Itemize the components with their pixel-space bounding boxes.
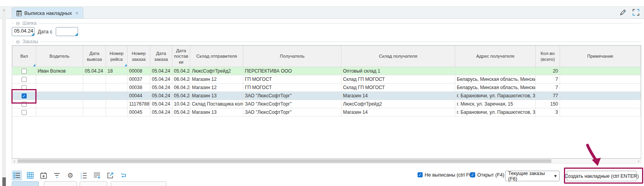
cell-order_date: 05.04.24 — [150, 84, 172, 92]
edit-pencil-icon[interactable] — [619, 9, 627, 16]
orders-filter-value: Текущие заказы (F6) — [508, 171, 554, 182]
cell-driver: Иван Волков — [36, 67, 83, 75]
cell-recipient_wh: Склад ГП МОГОСТ — [341, 75, 455, 84]
row-checkbox[interactable] — [22, 77, 27, 82]
col-header-driver[interactable]: Водитель — [36, 46, 83, 67]
row-checkbox[interactable] — [22, 110, 27, 115]
cell-trip_no — [106, 108, 128, 117]
col-header-trip_no[interactable]: Номер рейса — [106, 46, 128, 67]
cell-delivery_date: 05.04.24 — [172, 67, 190, 75]
cell-sender_wh: Магазин 13 — [190, 108, 243, 117]
cutoff-button-2[interactable] — [44, 181, 77, 186]
cell-recipient: ГП МОГОСТ — [243, 84, 341, 92]
app-window: Выписка накладных × ▲ ⊖ Шапка 05.04.24 Д… — [0, 0, 644, 186]
tab-close-icon[interactable]: × — [75, 10, 78, 16]
chevron-down-icon: ▾ — [554, 173, 556, 179]
scroll-left-icon[interactable]: ◂ — [13, 159, 15, 163]
cell-order_no: 00045 — [128, 108, 150, 117]
cell-recipient_wh: Магазин 14 — [341, 92, 455, 100]
cell-driver — [36, 100, 83, 108]
cell-order_no: 00037 — [128, 75, 150, 84]
table-row[interactable]: 0004505.04.2405.04.24Магазин 13ЗАО "Люкс… — [13, 108, 641, 117]
cell-incl — [13, 108, 36, 117]
not-issued-label: Не выписаны (ctrl F6) — [425, 172, 473, 178]
section-header-zakazy: ⊖ Заказы — [12, 39, 641, 44]
cell-sender_wh: ЛюксСофтТрейд2 — [190, 67, 243, 75]
col-header-order_date[interactable]: Дата заказа — [150, 46, 172, 67]
cell-driver — [36, 84, 83, 92]
cell-delivery_date: 06.04.24 — [172, 84, 190, 92]
cell-note — [560, 67, 641, 75]
table-row[interactable]: 11176788705.04.2410.04.24Склад Поставщик… — [13, 100, 641, 108]
col-header-qty[interactable]: Кол-во (всего) — [536, 46, 560, 67]
cell-export_date — [83, 92, 106, 100]
table-header-row: ВклВодительДата вывозаНомер рейсаНомер з… — [13, 46, 641, 67]
scroll-right-icon[interactable]: ▸ — [638, 159, 640, 163]
cell-order_date: 05.04.24 — [150, 92, 172, 100]
cell-trip_no — [106, 75, 128, 84]
cell-qty: 7 — [536, 75, 560, 84]
col-header-recipient_wh[interactable]: Склад получателя — [341, 46, 455, 67]
tab-actions — [619, 9, 639, 16]
col-header-sender_wh[interactable]: Склад отправителя — [190, 46, 243, 67]
col-header-export_date[interactable]: Дата вывоза — [83, 46, 106, 67]
collapse-icon[interactable]: ⊖ — [16, 21, 20, 26]
fullscreen-expand-icon[interactable] — [633, 9, 639, 16]
cell-export_date — [83, 84, 106, 92]
annotation-box-button — [564, 168, 643, 184]
sort-indicator-icon — [33, 64, 35, 66]
cell-qty: 7 — [536, 84, 560, 92]
filter-row: ✓ Не выписаны (ctrl F6) ✓ Открыт (F4) Те… — [0, 170, 644, 181]
date-input[interactable]: 05.04.24 — [12, 27, 35, 36]
horizontal-scrollbar[interactable]: ◂ ▸ — [12, 159, 641, 164]
cell-incl — [13, 67, 36, 75]
date-from-input[interactable] — [56, 27, 78, 36]
cell-trip_no — [106, 92, 128, 100]
col-header-incl[interactable]: Вкл — [13, 46, 36, 67]
col-header-note[interactable]: Примечание — [560, 46, 641, 67]
scroll-up-icon[interactable]: ▲ — [2, 9, 6, 12]
orders-table: ВклВодительДата вывозаНомер рейсаНомер з… — [12, 45, 641, 159]
cell-address: г. Барановичи, ул. Парашютистов, 3 — [455, 92, 536, 100]
col-header-delivery_date[interactable]: Дата поставки — [172, 46, 190, 67]
horizontal-scrollbar-thumb[interactable] — [18, 159, 551, 163]
vertical-scrollbar[interactable]: ▲ — [2, 8, 6, 177]
cell-delivery_date: 05.04.24 — [172, 108, 190, 117]
cell-recipient_wh: Магазин 14 — [341, 108, 455, 117]
row-checkbox[interactable] — [22, 69, 27, 74]
collapse-icon[interactable]: ⊖ — [16, 39, 20, 44]
cell-address: г. Барановичи, ул. Парашютистов, 3 — [455, 108, 536, 117]
cell-qty: 77 — [536, 92, 560, 100]
col-header-order_no[interactable]: Номер заказа — [128, 46, 150, 67]
cutoff-button-3[interactable] — [80, 181, 107, 186]
cell-delivery_date: 06.04.24 — [172, 75, 190, 84]
section-label: Заказы — [22, 39, 38, 44]
cell-order_no: 00038 — [128, 84, 150, 92]
col-header-address[interactable]: Адрес получателя — [455, 46, 536, 67]
orders-filter-dropdown[interactable]: Текущие заказы (F6) ▾ — [505, 171, 560, 181]
open-checkbox[interactable]: ✓ — [470, 172, 475, 177]
cell-address: г. Минск, ул. Заречная, 15 — [455, 100, 536, 108]
cell-note — [560, 84, 641, 92]
cell-recipient_wh: ЛюксСофтТрейд2 — [341, 100, 455, 108]
not-issued-checkbox[interactable]: ✓ — [418, 172, 423, 177]
section-header-shapka: ⊖ Шапка — [12, 20, 641, 26]
cell-note — [560, 75, 641, 84]
cell-order_no: 00008 — [128, 67, 150, 75]
table-row[interactable]: ✓0004405.04.2405.04.24Магазин 13ЗАО "Люк… — [13, 92, 641, 100]
table-row[interactable]: 0003705.04.2406.04.24Магазин 12ГП МОГОСТ… — [13, 75, 641, 84]
table-row[interactable]: 0003805.04.2406.04.24Магазин 12ГП МОГОСТ… — [13, 84, 641, 92]
cutoff-button-1[interactable] — [12, 181, 39, 186]
section-label: Шапка — [22, 20, 36, 26]
col-header-recipient[interactable]: Получатель — [243, 46, 341, 67]
cell-order_date: 05.04.24 — [150, 75, 172, 84]
cell-qty: 3 — [536, 108, 560, 117]
cell-recipient: ЗАО "ЛюксСофтТорг" — [243, 92, 341, 100]
cutoff-button-4[interactable] — [111, 181, 166, 186]
cell-recipient_wh: Склад ГП МОГОСТ — [341, 84, 455, 92]
tab-vypiska-nakladnyh[interactable]: Выписка накладных × — [12, 7, 83, 18]
cell-sender_wh: Склад Поставщика колб — [190, 100, 243, 108]
table-row[interactable]: Иван Волков05.04.24180000805.04.2405.04.… — [13, 67, 641, 75]
cell-export_date — [83, 100, 106, 108]
cell-delivery_date: 10.04.24 — [172, 100, 190, 108]
